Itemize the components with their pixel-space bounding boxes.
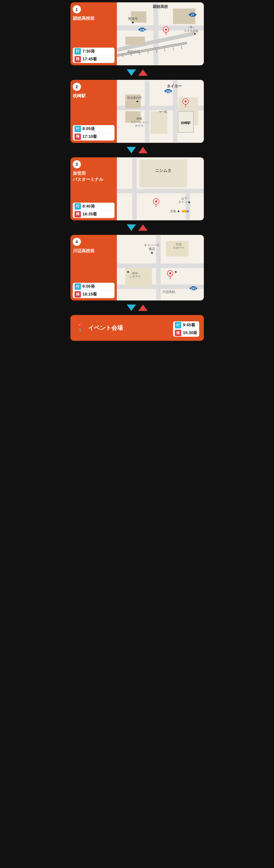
svg-point-19 bbox=[165, 28, 167, 31]
arrow-down-2 bbox=[127, 147, 136, 153]
stop-name-3: 加世田バスターミナル bbox=[73, 170, 114, 182]
stop-card-2: 2 枕崎駅 行 8:05発 帰 17:10着 bbox=[70, 80, 204, 143]
stop-timetable-2: 行 8:05発 帰 17:10着 bbox=[73, 125, 114, 141]
svg-text:27: 27 bbox=[191, 13, 194, 17]
go-time-2: 8:05発 bbox=[82, 126, 95, 131]
go-badge-2: 行 bbox=[74, 126, 81, 132]
return-badge-3: 帰 bbox=[74, 211, 81, 217]
go-time-row-4: 行 9:00発 bbox=[73, 283, 114, 290]
svg-text:タクシー: タクシー bbox=[178, 200, 190, 204]
stop-header-1: 1 頴娃高校前 bbox=[73, 5, 114, 21]
event-card: 📍 イベント会場 行 9:45着 帰 15:30発 bbox=[70, 315, 204, 341]
stop-map-3: ニシムタ 山下 タクシー 交番 bbox=[117, 157, 204, 220]
stop-number-4: 4 bbox=[73, 238, 81, 246]
event-go-badge: 行 bbox=[175, 322, 181, 328]
svg-text:スズキ自販: スズキ自販 bbox=[184, 29, 198, 32]
svg-rect-56 bbox=[117, 189, 204, 193]
arrow-up-1 bbox=[138, 69, 147, 76]
stop-map-4: キャンパス 書店 川辺 スポーツ 田中 シロアリ 川辺高校 297 bbox=[117, 235, 204, 301]
return-time-row-1: 帰 17:45着 bbox=[73, 56, 114, 63]
event-go-time: 9:45着 bbox=[183, 322, 195, 328]
stop-number-1: 1 bbox=[73, 5, 81, 13]
svg-text:ニシムタ: ニシムタ bbox=[155, 168, 171, 173]
svg-text:266: 266 bbox=[166, 89, 171, 93]
svg-point-51 bbox=[184, 100, 187, 103]
svg-point-67 bbox=[155, 200, 157, 203]
svg-rect-6 bbox=[125, 37, 145, 45]
return-time-4: 16:15着 bbox=[82, 292, 97, 297]
stop-info-4: 4 川辺高校前 行 9:00発 帰 16:15着 bbox=[70, 235, 117, 301]
return-badge-1: 帰 bbox=[74, 56, 81, 62]
return-time-row-3: 帰 16:35着 bbox=[73, 211, 114, 218]
svg-text:山下: 山下 bbox=[181, 197, 187, 200]
svg-rect-57 bbox=[132, 158, 137, 220]
return-time-row-4: 帰 16:15着 bbox=[73, 290, 114, 298]
event-return-time: 15:30発 bbox=[183, 330, 198, 336]
stop-card-1: 1 頴娃高校前 行 7:30発 帰 17:45着 bbox=[70, 2, 204, 65]
svg-point-63 bbox=[178, 211, 179, 212]
go-time-row-1: 行 7:30発 bbox=[73, 48, 114, 56]
svg-text:田中: 田中 bbox=[132, 272, 138, 275]
stop-card-4: 4 川辺高校前 行 9:00発 帰 16:15着 キャンパス 書店 bbox=[70, 235, 204, 301]
svg-text:書店: 書店 bbox=[148, 247, 155, 251]
stop-timetable-1: 行 7:30発 帰 17:45着 bbox=[73, 48, 114, 63]
svg-rect-2 bbox=[153, 3, 158, 65]
arrow-up-4 bbox=[138, 305, 147, 311]
return-badge-2: 帰 bbox=[74, 133, 81, 140]
svg-rect-65 bbox=[187, 210, 189, 213]
arrow-divider-4 bbox=[69, 303, 206, 313]
svg-point-87 bbox=[169, 272, 171, 274]
svg-point-77 bbox=[151, 252, 153, 254]
svg-point-82 bbox=[127, 271, 129, 273]
stop-map-1: 226 27 頴娃高校 郵便局 （有） スズキ自販 西頴娃駅 bbox=[117, 2, 204, 65]
svg-text:タイヨー: タイヨー bbox=[167, 84, 182, 88]
svg-point-89 bbox=[175, 271, 177, 273]
svg-text:枕崎: 枕崎 bbox=[136, 117, 142, 120]
event-go-row: 行 9:45着 bbox=[173, 321, 199, 329]
return-badge-4: 帰 bbox=[74, 291, 81, 298]
go-badge-3: 行 bbox=[74, 203, 81, 210]
svg-rect-34 bbox=[173, 81, 177, 142]
svg-text:観光案内所: 観光案内所 bbox=[127, 96, 141, 99]
svg-rect-58 bbox=[185, 189, 190, 219]
stop-timetable-4: 行 9:00発 帰 16:15着 bbox=[73, 283, 114, 298]
return-time-1: 17:45着 bbox=[82, 57, 97, 62]
stop-info-3: 3 加世田バスターミナル 行 8:40発 帰 16:35着 bbox=[70, 157, 117, 220]
return-time-row-2: 帰 17:10着 bbox=[73, 133, 114, 141]
arrow-up-2 bbox=[138, 147, 147, 153]
go-badge-4: 行 bbox=[74, 283, 81, 290]
arrow-down-3 bbox=[127, 224, 136, 231]
svg-point-13 bbox=[132, 22, 134, 24]
svg-text:297: 297 bbox=[191, 286, 196, 290]
svg-point-61 bbox=[188, 202, 190, 203]
stop-name-4: 川辺高校前 bbox=[73, 248, 114, 254]
svg-point-43 bbox=[136, 101, 138, 102]
stop-card-3: 3 加世田バスターミナル 行 8:40発 帰 16:35着 ニシムタ 山下 bbox=[70, 157, 204, 220]
svg-text:川辺: 川辺 bbox=[175, 243, 181, 246]
svg-text:226: 226 bbox=[139, 28, 145, 32]
arrow-down-4 bbox=[127, 305, 136, 311]
svg-text:ホテル: ホテル bbox=[135, 124, 143, 127]
svg-text:郵便局: 郵便局 bbox=[128, 17, 137, 20]
svg-text:シロアリ: シロアリ bbox=[129, 275, 141, 278]
go-time-3: 8:40発 bbox=[82, 204, 95, 209]
stop-info-1: 1 頴娃高校前 行 7:30発 帰 17:45着 bbox=[70, 2, 117, 65]
svg-point-16 bbox=[194, 33, 196, 35]
stop-header-2: 2 枕崎駅 bbox=[73, 83, 114, 99]
svg-text:（有）: （有） bbox=[187, 26, 196, 29]
stop-number-2: 2 bbox=[73, 83, 81, 91]
stop-number-3: 3 bbox=[73, 160, 81, 168]
stop-name-1: 頴娃高校前 bbox=[73, 15, 114, 21]
svg-rect-64 bbox=[182, 210, 187, 213]
svg-text:枕崎駅: 枕崎駅 bbox=[180, 121, 191, 125]
arrow-divider-3 bbox=[69, 223, 206, 232]
go-time-4: 9:00発 bbox=[82, 284, 95, 289]
event-left: 📍 イベント会場 bbox=[75, 323, 123, 333]
stop-timetable-3: 行 8:40発 帰 16:35着 bbox=[73, 203, 114, 218]
svg-text:スポーツ: スポーツ bbox=[173, 246, 184, 249]
svg-text:川辺高校: 川辺高校 bbox=[162, 290, 175, 293]
go-time-row-3: 行 8:40発 bbox=[73, 203, 114, 211]
stop-map-2: 266 タイヨー 観光案内所 枕崎駅 枕崎 ステーション ホテル ●一福 bbox=[117, 80, 204, 143]
arrow-up-3 bbox=[138, 224, 147, 231]
event-timetable: 行 9:45着 帰 15:30発 bbox=[173, 321, 199, 337]
